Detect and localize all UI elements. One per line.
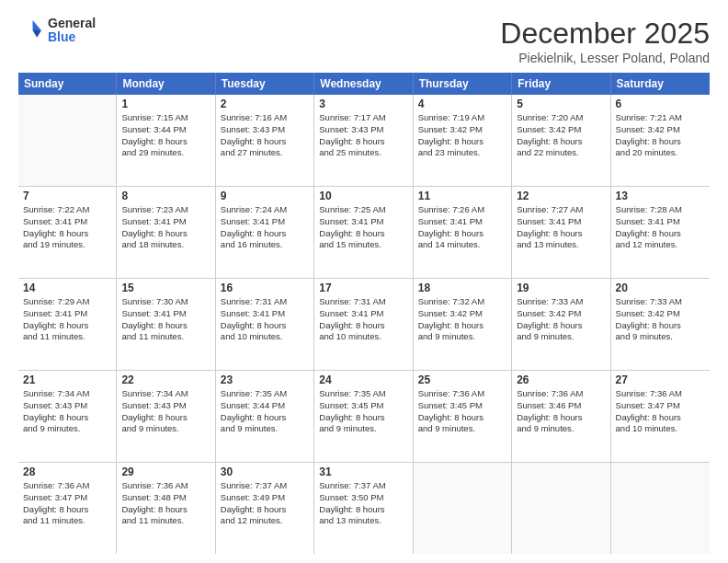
cell-line: Sunrise: 7:32 AM [418, 296, 506, 308]
cell-line: Daylight: 8 hours [517, 228, 605, 240]
cell-line: and 15 minutes. [319, 239, 407, 251]
svg-marker-0 [33, 21, 41, 31]
cell-line: Sunrise: 7:34 AM [121, 388, 210, 400]
cell-line: and 18 minutes. [121, 239, 210, 251]
cell-line: Daylight: 8 hours [23, 504, 111, 516]
cal-cell: 24Sunrise: 7:35 AMSunset: 3:45 PMDayligh… [314, 371, 413, 462]
cell-line: Sunset: 3:46 PM [517, 400, 605, 412]
cell-line: Daylight: 8 hours [23, 320, 111, 332]
cell-line: Daylight: 8 hours [121, 504, 210, 516]
cell-line: Daylight: 8 hours [319, 228, 407, 240]
cell-line: and 19 minutes. [23, 239, 111, 251]
cell-line: Sunrise: 7:36 AM [121, 480, 210, 492]
cell-line: Sunrise: 7:33 AM [517, 296, 605, 308]
day-number: 25 [418, 373, 506, 386]
day-number: 27 [616, 373, 705, 386]
cal-cell: 23Sunrise: 7:35 AMSunset: 3:44 PMDayligh… [216, 371, 314, 462]
cell-line: Sunrise: 7:26 AM [418, 204, 506, 216]
cell-line: Sunset: 3:45 PM [319, 400, 407, 412]
cell-line: Daylight: 8 hours [418, 228, 506, 240]
cal-cell: 7Sunrise: 7:22 AMSunset: 3:41 PMDaylight… [18, 187, 117, 278]
cell-line: and 11 minutes. [121, 331, 210, 343]
cell-line: Sunset: 3:41 PM [418, 216, 506, 228]
cell-line: Sunrise: 7:36 AM [418, 388, 506, 400]
cell-line: Sunrise: 7:31 AM [221, 296, 309, 308]
cell-line: Daylight: 8 hours [221, 504, 309, 516]
cell-line: and 13 minutes. [319, 515, 407, 527]
logo-text: General Blue [48, 17, 96, 45]
cal-header-day: Tuesday [216, 73, 314, 95]
cal-cell: 14Sunrise: 7:29 AMSunset: 3:41 PMDayligh… [18, 279, 117, 370]
cal-cell: 6Sunrise: 7:21 AMSunset: 3:42 PMDaylight… [611, 95, 710, 186]
cell-line: and 9 minutes. [319, 423, 407, 435]
day-number: 16 [221, 282, 309, 294]
cell-line: and 10 minutes. [221, 331, 309, 343]
cal-cell: 9Sunrise: 7:24 AMSunset: 3:41 PMDaylight… [216, 187, 314, 278]
cell-line: Daylight: 8 hours [616, 136, 705, 148]
cell-line: Daylight: 8 hours [221, 228, 309, 240]
cal-cell: 26Sunrise: 7:36 AMSunset: 3:46 PMDayligh… [512, 371, 610, 462]
cell-line: Daylight: 8 hours [221, 136, 309, 148]
cell-line: Daylight: 8 hours [616, 320, 705, 332]
calendar: SundayMondayTuesdayWednesdayThursdayFrid… [18, 73, 710, 554]
cell-line: and 11 minutes. [23, 331, 111, 343]
cal-cell: 10Sunrise: 7:25 AMSunset: 3:41 PMDayligh… [314, 187, 413, 278]
cell-line: Sunset: 3:47 PM [23, 492, 111, 504]
day-number: 12 [517, 190, 605, 202]
cell-line: Daylight: 8 hours [121, 136, 210, 148]
day-number: 2 [221, 98, 309, 110]
cell-line: Sunrise: 7:21 AM [616, 112, 705, 124]
cal-cell: 11Sunrise: 7:26 AMSunset: 3:41 PMDayligh… [414, 187, 512, 278]
cal-row: 21Sunrise: 7:34 AMSunset: 3:43 PMDayligh… [18, 371, 710, 463]
cell-line: and 9 minutes. [517, 423, 605, 435]
day-number: 9 [221, 190, 309, 202]
cell-line: Sunrise: 7:22 AM [23, 204, 111, 216]
cell-line: Daylight: 8 hours [319, 136, 407, 148]
cell-line: Sunrise: 7:19 AM [418, 112, 506, 124]
day-number: 13 [616, 190, 705, 202]
cell-line: Sunset: 3:41 PM [319, 308, 407, 320]
cal-cell: 17Sunrise: 7:31 AMSunset: 3:41 PMDayligh… [314, 279, 413, 370]
cell-line: and 9 minutes. [121, 423, 210, 435]
cell-line: Sunset: 3:42 PM [616, 308, 705, 320]
day-number: 19 [517, 282, 605, 294]
cal-row: 14Sunrise: 7:29 AMSunset: 3:41 PMDayligh… [18, 279, 710, 371]
cell-line: Sunrise: 7:28 AM [616, 204, 705, 216]
cell-line: Sunset: 3:41 PM [616, 216, 705, 228]
cell-line: and 27 minutes. [221, 147, 309, 159]
cal-cell: 25Sunrise: 7:36 AMSunset: 3:45 PMDayligh… [414, 371, 512, 462]
cell-line: and 11 minutes. [23, 515, 111, 527]
cell-line: Sunrise: 7:25 AM [319, 204, 407, 216]
cell-line: Sunrise: 7:34 AM [23, 388, 111, 400]
day-number: 4 [418, 98, 506, 110]
cell-line: Sunset: 3:41 PM [517, 216, 605, 228]
cell-line: and 23 minutes. [418, 147, 506, 159]
cell-line: Sunset: 3:41 PM [221, 216, 309, 228]
cell-line: Daylight: 8 hours [23, 228, 111, 240]
cell-line: and 12 minutes. [616, 239, 705, 251]
cell-line: Sunset: 3:41 PM [23, 308, 111, 320]
cal-cell [611, 463, 710, 554]
cal-cell: 1Sunrise: 7:15 AMSunset: 3:44 PMDaylight… [117, 95, 215, 186]
logo-icon [18, 17, 44, 43]
cell-line: Sunrise: 7:35 AM [319, 388, 407, 400]
header: General Blue December 2025 Piekielnik, L… [18, 17, 710, 65]
cell-line: Sunset: 3:42 PM [517, 308, 605, 320]
cal-cell [414, 463, 512, 554]
cell-line: Sunrise: 7:36 AM [517, 388, 605, 400]
cell-line: and 29 minutes. [121, 147, 210, 159]
day-number: 26 [517, 373, 605, 386]
logo: General Blue [18, 17, 96, 45]
cal-cell: 16Sunrise: 7:31 AMSunset: 3:41 PMDayligh… [216, 279, 314, 370]
cell-line: and 10 minutes. [616, 423, 705, 435]
cell-line: and 9 minutes. [221, 423, 309, 435]
cal-cell: 27Sunrise: 7:36 AMSunset: 3:47 PMDayligh… [611, 371, 710, 462]
svg-marker-1 [33, 30, 41, 38]
cell-line: Daylight: 8 hours [221, 412, 309, 424]
cell-line: Daylight: 8 hours [418, 136, 506, 148]
location: Piekielnik, Lesser Poland, Poland [500, 51, 710, 65]
day-number: 28 [23, 465, 111, 478]
cell-line: Sunrise: 7:15 AM [121, 112, 210, 124]
cal-cell [512, 463, 610, 554]
day-number: 8 [121, 190, 210, 202]
